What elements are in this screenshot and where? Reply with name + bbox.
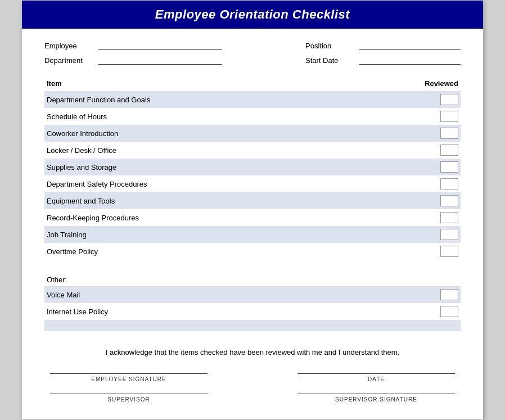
item-label: Internet Use Policy bbox=[47, 308, 108, 316]
employee-label: Employee bbox=[44, 42, 95, 50]
reviewed-checkbox-9[interactable] bbox=[440, 246, 458, 257]
sig-row-1: EMPLOYEE SIGNATURE DATE bbox=[44, 373, 461, 382]
page-title: Employee Orientation Checklist bbox=[22, 1, 483, 29]
reviewed-checkbox-5[interactable] bbox=[440, 178, 458, 189]
date-label: DATE bbox=[368, 376, 385, 382]
list-item: Coworker Introduction bbox=[44, 125, 461, 142]
reviewed-checkbox-extra-1[interactable] bbox=[440, 306, 458, 317]
supervisor-label: SUPERVISOR bbox=[107, 396, 150, 403]
list-item: Equipment and Tools bbox=[44, 192, 461, 209]
department-label: Department bbox=[44, 56, 95, 65]
acknowledgment-sentence: I acknowledge that the items checked hav… bbox=[106, 348, 399, 356]
item-label: Supplies and Storage bbox=[47, 163, 116, 171]
item-label: Department Safety Procedures bbox=[47, 180, 147, 188]
item-label: Locker / Desk / Office bbox=[47, 146, 116, 155]
reviewed-checkbox-6[interactable] bbox=[440, 195, 458, 206]
sig-row-2: SUPERVISOR SUPERVISOR SIGNATURE bbox=[44, 394, 461, 403]
list-item: Voice Mail bbox=[44, 286, 461, 303]
item-label: Schedule of Hours bbox=[47, 112, 107, 121]
checklist-section: Item Reviewed Department Function and Go… bbox=[44, 76, 461, 331]
signature-section: EMPLOYEE SIGNATURE DATE SUPERVISOR SUPER… bbox=[22, 373, 483, 403]
position-input[interactable] bbox=[359, 40, 461, 50]
startdate-field-row: Start Date bbox=[305, 55, 461, 65]
list-item: Department Function and Goals bbox=[44, 91, 461, 108]
other-label-row: Other: bbox=[44, 271, 461, 286]
employee-sig-block: EMPLOYEE SIGNATURE bbox=[44, 373, 213, 382]
position-label: Position bbox=[305, 42, 356, 50]
employee-sig-line bbox=[50, 373, 208, 374]
reviewed-checkbox-8[interactable] bbox=[440, 229, 458, 240]
item-label: Department Function and Goals bbox=[47, 96, 150, 104]
reviewed-checkbox-0[interactable] bbox=[440, 94, 458, 105]
reviewed-col-header: Reviewed bbox=[425, 79, 458, 88]
list-item: Locker / Desk / Office bbox=[44, 142, 461, 159]
employee-field-row: Employee bbox=[44, 40, 222, 50]
list-item: Internet Use Policy bbox=[44, 303, 461, 320]
startdate-label: Start Date bbox=[305, 56, 356, 65]
reviewed-checkbox-1[interactable] bbox=[440, 111, 458, 122]
supervisor-sig-block: SUPERVISOR bbox=[44, 394, 213, 403]
item-label: Voice Mail bbox=[47, 291, 80, 299]
startdate-input[interactable] bbox=[359, 55, 461, 65]
date-sig-block: DATE bbox=[292, 373, 461, 382]
other-label: Other: bbox=[47, 276, 67, 284]
list-item: Department Safety Procedures bbox=[44, 175, 461, 192]
item-label: Coworker Introduction bbox=[47, 129, 118, 138]
supervisor-sig-label: SUPERVISOR SIGNATURE bbox=[335, 396, 417, 403]
department-input[interactable] bbox=[98, 55, 222, 65]
title-text: Employee Orientation Checklist bbox=[155, 7, 350, 21]
reviewed-checkbox-extra-0[interactable] bbox=[440, 289, 458, 300]
item-label: Job Training bbox=[47, 231, 87, 239]
field-group-left: Employee Department bbox=[44, 40, 222, 65]
empty-row bbox=[44, 260, 461, 271]
reviewed-checkbox-4[interactable] bbox=[440, 161, 458, 173]
list-item: Overtime Policy bbox=[44, 243, 461, 260]
acknowledgment-text: I acknowledge that the items checked hav… bbox=[22, 331, 483, 362]
checklist-header-row: Item Reviewed bbox=[44, 76, 461, 91]
item-label: Equipment and Tools bbox=[47, 197, 115, 205]
department-field-row: Department bbox=[44, 55, 222, 65]
list-item: Supplies and Storage bbox=[44, 159, 461, 175]
item-col-header: Item bbox=[47, 79, 62, 88]
reviewed-checkbox-2[interactable] bbox=[440, 128, 458, 139]
field-group-right: Position Start Date bbox=[305, 40, 461, 65]
item-label: Record-Keeping Procedures bbox=[47, 214, 139, 222]
employee-input[interactable] bbox=[98, 40, 222, 50]
document: Employee Orientation Checklist Employee … bbox=[22, 1, 483, 419]
employee-sig-label: EMPLOYEE SIGNATURE bbox=[91, 376, 166, 382]
reviewed-checkbox-7[interactable] bbox=[440, 212, 458, 223]
reviewed-checkbox-3[interactable] bbox=[440, 144, 458, 156]
date-sig-line bbox=[297, 373, 455, 374]
item-label: Overtime Policy bbox=[47, 247, 98, 256]
supervisor-sig2-line bbox=[297, 394, 455, 394]
list-item: Record-Keeping Procedures bbox=[44, 209, 461, 226]
form-fields-section: Employee Department Position Start Date bbox=[22, 29, 483, 70]
supervisor-line bbox=[50, 394, 208, 394]
supervisor-sig2-block: SUPERVISOR SIGNATURE bbox=[292, 394, 461, 403]
list-item: Job Training bbox=[44, 226, 461, 243]
final-empty-row bbox=[44, 320, 461, 331]
list-item: Schedule of Hours bbox=[44, 108, 461, 125]
position-field-row: Position bbox=[305, 40, 461, 50]
